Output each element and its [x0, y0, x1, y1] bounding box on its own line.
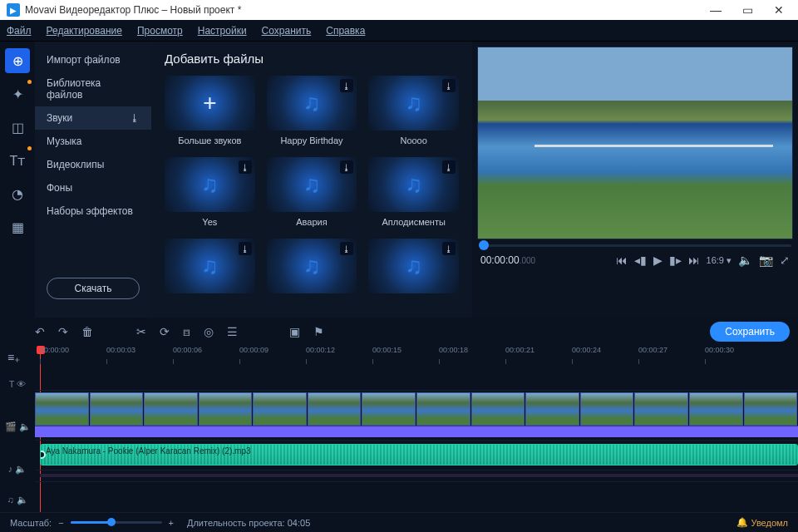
prev-clip-button[interactable]: ⏮ [616, 254, 628, 267]
sidetab-import[interactable]: ⊕ [5, 48, 30, 73]
aspect-ratio-button[interactable]: 16:9 ▾ [707, 255, 732, 266]
minimize-button[interactable]: — [703, 3, 728, 17]
music-note-icon: ♫ [303, 253, 320, 279]
audio-track[interactable]: Aya Nakamura - Pookie (Alper Karacan Rem… [35, 441, 798, 470]
download-icon: ⭳ [130, 112, 140, 124]
menu-save[interactable]: Сохранить [262, 25, 312, 37]
play-button[interactable]: ▶ [653, 254, 663, 267]
music-note-icon: ♫ [405, 90, 422, 116]
download-icon[interactable]: ⭳ [340, 160, 353, 174]
video-clip[interactable] [35, 392, 89, 426]
sidetab-stickers[interactable]: ◔ [5, 181, 30, 206]
card-sound[interactable]: ♫⭳ [267, 239, 357, 293]
music-note-icon: ♫ [303, 171, 320, 198]
download-icon[interactable]: ⭳ [340, 79, 353, 92]
menu-help[interactable]: Справка [326, 25, 365, 37]
extra-track-header[interactable]: ♫ 🔈 [2, 488, 33, 512]
window-title: Movavi Видеоредактор Плюс – Новый проект… [25, 4, 703, 16]
menu-edit[interactable]: Редактирование [47, 25, 122, 37]
sidetab-titles[interactable]: Tᴛ [5, 148, 30, 173]
undo-button[interactable]: ↶ [35, 325, 45, 338]
download-icon[interactable]: ⭳ [340, 242, 353, 255]
notifications-button[interactable]: 🔔 Уведомл [736, 517, 788, 528]
menu-bar: Файл Редактирование Просмотр Настройки С… [0, 20, 798, 42]
nav-item-backgrounds[interactable]: Фоны [35, 176, 151, 200]
card-sound[interactable]: ♫⭳ Yes [165, 157, 255, 227]
card-sound[interactable]: ♫⭳ [165, 239, 255, 293]
music-note-icon: ♫ [405, 253, 422, 279]
music-note-icon: ♫ [201, 253, 219, 279]
popout-button[interactable]: ⤢ [780, 254, 790, 267]
card-more-sounds[interactable]: + Больше звуков [165, 76, 255, 145]
card-sound[interactable]: ♫⭳ Happy Birthday [267, 76, 357, 145]
download-icon[interactable]: ⭳ [442, 160, 456, 174]
music-note-icon: ♫ [201, 171, 219, 198]
video-volume-lane[interactable] [35, 426, 798, 437]
cut-button[interactable]: ✂ [136, 325, 146, 338]
zoom-in-button[interactable]: + [169, 518, 174, 528]
gallery-title: Добавить файлы [165, 52, 459, 66]
crop-button[interactable]: ⧈ [183, 325, 190, 339]
project-duration: Длительность проекта: 04:05 [187, 518, 310, 528]
card-sound[interactable]: ♫⭳ [368, 239, 459, 293]
volume-button[interactable]: 🔈 [738, 254, 752, 267]
zoom-control[interactable]: Масштаб: − + [10, 518, 174, 528]
plus-icon: + [203, 90, 216, 116]
music-note-icon: ♫ [303, 90, 320, 116]
nav-item-library[interactable]: Библиотека файлов [35, 71, 151, 106]
video-track-header[interactable]: 🎬 🔈 [2, 403, 33, 451]
download-button[interactable]: Скачать [47, 278, 140, 299]
zoom-out-button[interactable]: − [58, 518, 63, 528]
preview-seekbar[interactable] [479, 244, 791, 247]
step-forward-button[interactable]: ▮▸ [669, 254, 682, 267]
menu-view[interactable]: Просмотр [137, 25, 183, 37]
nav-list: Импорт файлов Библиотека файлов Звуки⭳ М… [35, 42, 151, 318]
title-track-header[interactable]: T 👁 [2, 372, 33, 397]
audio-clip[interactable]: Aya Nakamura - Pookie (Alper Karacan Rem… [40, 444, 798, 466]
seekbar-knob[interactable] [479, 240, 489, 250]
timeline-ruler[interactable]: 00:00:0000:00:0300:00:0600:00:0900:00:12… [35, 346, 798, 366]
download-icon[interactable]: ⭳ [239, 160, 252, 174]
card-sound[interactable]: ♫⭳ Noooo [368, 76, 459, 145]
title-track[interactable] [35, 366, 798, 391]
nav-item-import[interactable]: Импорт файлов [35, 48, 151, 71]
marker-button[interactable]: ⚑ [313, 325, 324, 338]
sidetab-transitions[interactable]: ◫ [5, 115, 30, 140]
download-icon[interactable]: ⭳ [442, 242, 456, 255]
video-track[interactable] [35, 392, 798, 441]
snapshot-button[interactable]: 📷 [759, 254, 773, 267]
close-button[interactable]: ✕ [766, 3, 791, 17]
sidetab-filters[interactable]: ✦ [5, 81, 30, 106]
nav-item-music[interactable]: Музыка [35, 130, 151, 153]
nav-item-sounds[interactable]: Звуки⭳ [35, 106, 151, 130]
audio-track-header[interactable]: ♪ 🔈 [2, 456, 33, 480]
color-button[interactable]: ◎ [204, 325, 214, 338]
sidetab-more[interactable]: ▦ [5, 214, 30, 239]
preview-viewport [477, 47, 793, 239]
menu-file[interactable]: Файл [7, 25, 32, 37]
step-back-button[interactable]: ◂▮ [634, 254, 647, 267]
music-note-icon: ♫ [405, 171, 422, 198]
app-logo-icon: ▶ [7, 3, 20, 17]
download-icon[interactable]: ⭳ [239, 242, 252, 255]
download-icon[interactable]: ⭳ [442, 79, 456, 92]
delete-button[interactable]: 🗑 [81, 325, 93, 338]
zoom-slider[interactable] [71, 521, 162, 524]
adjust-button[interactable]: ☰ [227, 325, 238, 338]
next-clip-button[interactable]: ⏭ [688, 254, 700, 267]
timecode: 00:00:00.000 [480, 254, 535, 266]
rotate-button[interactable]: ⟳ [160, 325, 170, 338]
card-sound[interactable]: ♫⭳ Аплодисменты [368, 157, 459, 227]
redo-button[interactable]: ↷ [58, 325, 68, 338]
extra-audio-track[interactable] [35, 470, 798, 482]
nav-item-effects[interactable]: Наборы эффектов [35, 200, 151, 223]
card-sound[interactable]: ♫⭳ Авария [267, 157, 357, 227]
save-button[interactable]: Сохранить [710, 322, 790, 342]
menu-settings[interactable]: Настройки [198, 25, 247, 37]
nav-item-videoclips[interactable]: Видеоклипы [35, 153, 151, 176]
add-track-button[interactable]: ≡₊ [7, 351, 27, 366]
transition-wizard-button[interactable]: ▣ [289, 325, 300, 338]
maximize-button[interactable]: ▭ [735, 3, 760, 17]
